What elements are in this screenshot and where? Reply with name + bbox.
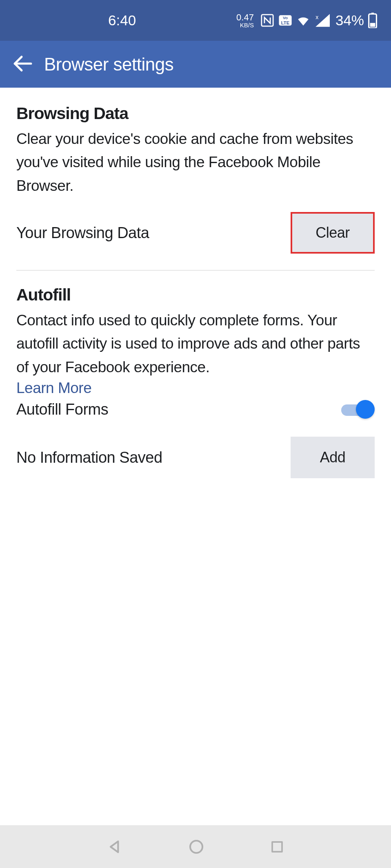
page-title: Browser settings (44, 54, 173, 75)
battery-icon (368, 13, 377, 28)
clear-button[interactable]: Clear (291, 212, 375, 254)
volte-icon: VoLTE (278, 13, 292, 27)
app-bar: Browser settings (0, 41, 391, 88)
nav-back-icon[interactable] (107, 839, 123, 855)
no-info-label: No Information Saved (16, 449, 162, 466)
wifi-icon (296, 13, 310, 27)
signal-icon: x (314, 13, 330, 27)
svg-text:Vo: Vo (283, 15, 288, 20)
toggle-thumb (356, 400, 375, 419)
add-button[interactable]: Add (291, 437, 375, 478)
svg-point-9 (190, 841, 202, 853)
autofill-forms-row: Autofill Forms (16, 400, 375, 419)
nav-recent-icon[interactable] (270, 839, 284, 854)
learn-more-link[interactable]: Learn More (16, 380, 91, 397)
autofill-forms-toggle[interactable] (341, 400, 375, 419)
battery-percent: 34% (335, 12, 364, 29)
navigation-bar (0, 825, 391, 868)
section-divider (16, 270, 375, 271)
back-icon[interactable] (12, 53, 33, 75)
status-right-group: 0.47 KB/S VoLTE x 34% (236, 12, 377, 29)
browsing-data-heading: Browsing Data (16, 104, 375, 123)
svg-text:LTE: LTE (281, 20, 290, 25)
content-area: Browsing Data Clear your device's cookie… (0, 88, 391, 825)
status-bar: 6:40 0.47 KB/S VoLTE x 34% (0, 0, 391, 41)
nav-home-icon[interactable] (188, 839, 204, 855)
autofill-desc: Contact info used to quickly complete fo… (16, 309, 375, 379)
status-time: 6:40 (108, 12, 136, 29)
browsing-data-section: Browsing Data Clear your device's cookie… (16, 104, 375, 254)
autofill-heading: Autofill (16, 285, 375, 305)
speed-value: 0.47 (236, 13, 254, 22)
browsing-data-label: Your Browsing Data (16, 224, 149, 242)
browsing-data-row: Your Browsing Data Clear (16, 212, 375, 254)
autofill-forms-label: Autofill Forms (16, 401, 108, 418)
svg-rect-7 (370, 23, 375, 27)
svg-text:x: x (315, 14, 318, 20)
nfc-icon (260, 13, 274, 27)
no-info-row: No Information Saved Add (16, 437, 375, 478)
svg-rect-10 (272, 842, 282, 852)
network-speed: 0.47 KB/S (236, 13, 254, 28)
autofill-section: Autofill Contact info used to quickly co… (16, 285, 375, 478)
browsing-data-desc: Clear your device's cookie and cache fro… (16, 127, 375, 197)
speed-unit: KB/S (240, 22, 254, 28)
